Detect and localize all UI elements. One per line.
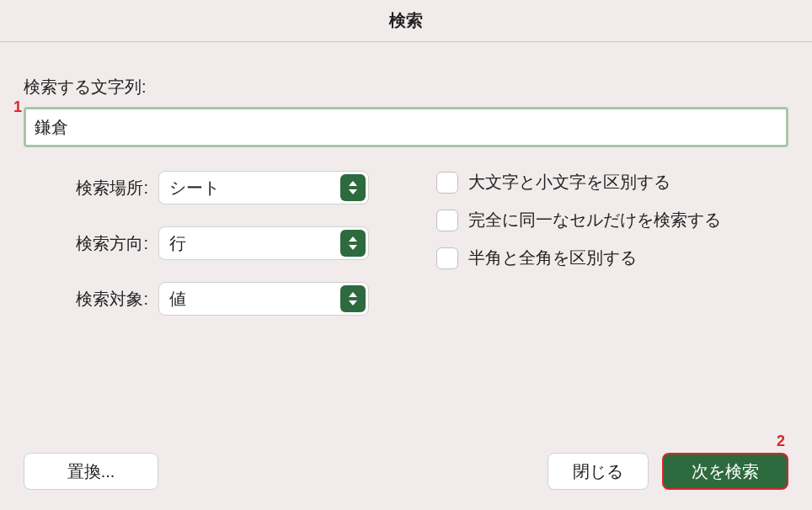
match-case-checkbox[interactable] [436,172,458,194]
chevron-up-icon [349,236,357,242]
match-entire-row: 完全に同一なセルだけを検索する [436,209,721,231]
chevron-down-icon [349,300,357,305]
search-location-label: 検索場所: [64,177,148,199]
search-direction-select[interactable]: 行 [158,226,369,260]
dialog-content: 検索する文字列: 1 検索場所: シート 検索方向: 行 [0,42,812,316]
match-case-row: 大文字と小文字を区別する [436,171,721,194]
replace-button[interactable]: 置換... [24,453,158,490]
search-target-value: 値 [169,288,186,311]
annotation-marker-1: 1 [13,98,22,116]
checkbox-column: 大文字と小文字を区別する 完全に同一なセルだけを検索する 半角と全角を区別する [436,171,721,269]
search-string-label: 検索する文字列: [24,76,788,98]
button-bar: 置換... 閉じる 2 次を検索 [24,453,788,490]
find-next-wrap: 2 次を検索 [662,453,788,490]
match-entire-checkbox[interactable] [436,210,458,231]
chevron-down-icon [349,189,357,194]
search-target-select[interactable]: 値 [158,282,369,316]
select-column: 検索場所: シート 検索方向: 行 [64,171,369,316]
search-target-row: 検索対象: 値 [64,282,369,316]
chevron-up-icon [349,181,357,186]
search-location-select[interactable]: シート [158,171,369,205]
close-button[interactable]: 閉じる [548,453,649,490]
search-direction-label: 検索方向: [64,232,148,255]
stepper-icon [340,174,366,201]
search-direction-row: 検索方向: 行 [64,226,369,260]
search-location-row: 検索場所: シート [64,171,369,205]
match-width-label: 半角と全角を区別する [468,247,637,269]
search-direction-value: 行 [169,232,186,255]
chevron-up-icon [349,292,357,297]
match-case-label: 大文字と小文字を区別する [468,171,670,194]
chevron-down-icon [349,245,357,250]
find-next-button[interactable]: 次を検索 [662,453,788,490]
match-width-row: 半角と全角を区別する [436,247,721,269]
search-input[interactable] [24,107,788,147]
dialog-title: 検索 [0,0,812,42]
search-input-wrap: 1 [24,107,788,147]
search-location-value: シート [169,177,220,199]
match-width-checkbox[interactable] [436,247,458,269]
match-entire-label: 完全に同一なセルだけを検索する [468,209,721,231]
annotation-marker-2: 2 [777,433,785,450]
stepper-icon [340,230,366,257]
options-area: 検索場所: シート 検索方向: 行 [24,171,788,316]
stepper-icon [340,285,366,312]
search-target-label: 検索対象: [64,288,148,311]
